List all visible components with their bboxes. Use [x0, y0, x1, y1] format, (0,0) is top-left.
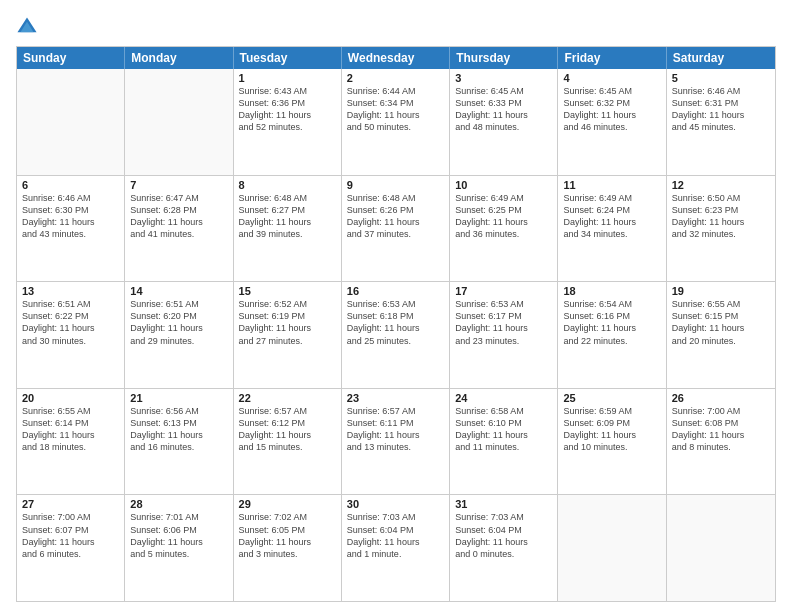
calendar-day-26: 26Sunrise: 7:00 AM Sunset: 6:08 PM Dayli… — [667, 389, 775, 495]
calendar-day-22: 22Sunrise: 6:57 AM Sunset: 6:12 PM Dayli… — [234, 389, 342, 495]
day-info: Sunrise: 6:54 AM Sunset: 6:16 PM Dayligh… — [563, 298, 660, 347]
calendar-day-11: 11Sunrise: 6:49 AM Sunset: 6:24 PM Dayli… — [558, 176, 666, 282]
day-number: 8 — [239, 179, 336, 191]
calendar-day-18: 18Sunrise: 6:54 AM Sunset: 6:16 PM Dayli… — [558, 282, 666, 388]
calendar-day-16: 16Sunrise: 6:53 AM Sunset: 6:18 PM Dayli… — [342, 282, 450, 388]
day-info: Sunrise: 6:45 AM Sunset: 6:32 PM Dayligh… — [563, 85, 660, 134]
calendar-day-4: 4Sunrise: 6:45 AM Sunset: 6:32 PM Daylig… — [558, 69, 666, 175]
weekday-header-wednesday: Wednesday — [342, 47, 450, 69]
calendar-day-17: 17Sunrise: 6:53 AM Sunset: 6:17 PM Dayli… — [450, 282, 558, 388]
calendar-day-15: 15Sunrise: 6:52 AM Sunset: 6:19 PM Dayli… — [234, 282, 342, 388]
day-number: 10 — [455, 179, 552, 191]
day-number: 25 — [563, 392, 660, 404]
day-info: Sunrise: 6:48 AM Sunset: 6:27 PM Dayligh… — [239, 192, 336, 241]
weekday-header-thursday: Thursday — [450, 47, 558, 69]
day-info: Sunrise: 7:03 AM Sunset: 6:04 PM Dayligh… — [347, 511, 444, 560]
weekday-header-sunday: Sunday — [17, 47, 125, 69]
day-info: Sunrise: 6:59 AM Sunset: 6:09 PM Dayligh… — [563, 405, 660, 454]
day-info: Sunrise: 7:03 AM Sunset: 6:04 PM Dayligh… — [455, 511, 552, 560]
calendar-empty-cell — [125, 69, 233, 175]
day-info: Sunrise: 7:00 AM Sunset: 6:08 PM Dayligh… — [672, 405, 770, 454]
calendar-day-25: 25Sunrise: 6:59 AM Sunset: 6:09 PM Dayli… — [558, 389, 666, 495]
calendar-day-6: 6Sunrise: 6:46 AM Sunset: 6:30 PM Daylig… — [17, 176, 125, 282]
day-info: Sunrise: 6:46 AM Sunset: 6:30 PM Dayligh… — [22, 192, 119, 241]
calendar-day-29: 29Sunrise: 7:02 AM Sunset: 6:05 PM Dayli… — [234, 495, 342, 601]
calendar-header: SundayMondayTuesdayWednesdayThursdayFrid… — [17, 47, 775, 69]
calendar-day-1: 1Sunrise: 6:43 AM Sunset: 6:36 PM Daylig… — [234, 69, 342, 175]
day-number: 2 — [347, 72, 444, 84]
day-number: 30 — [347, 498, 444, 510]
day-number: 23 — [347, 392, 444, 404]
day-info: Sunrise: 6:47 AM Sunset: 6:28 PM Dayligh… — [130, 192, 227, 241]
day-number: 31 — [455, 498, 552, 510]
calendar-day-28: 28Sunrise: 7:01 AM Sunset: 6:06 PM Dayli… — [125, 495, 233, 601]
calendar-day-7: 7Sunrise: 6:47 AM Sunset: 6:28 PM Daylig… — [125, 176, 233, 282]
day-number: 4 — [563, 72, 660, 84]
calendar-day-21: 21Sunrise: 6:56 AM Sunset: 6:13 PM Dayli… — [125, 389, 233, 495]
calendar-day-14: 14Sunrise: 6:51 AM Sunset: 6:20 PM Dayli… — [125, 282, 233, 388]
calendar-day-10: 10Sunrise: 6:49 AM Sunset: 6:25 PM Dayli… — [450, 176, 558, 282]
calendar-empty-cell — [558, 495, 666, 601]
calendar-day-9: 9Sunrise: 6:48 AM Sunset: 6:26 PM Daylig… — [342, 176, 450, 282]
calendar-body: 1Sunrise: 6:43 AM Sunset: 6:36 PM Daylig… — [17, 69, 775, 601]
day-number: 22 — [239, 392, 336, 404]
calendar-row-2: 13Sunrise: 6:51 AM Sunset: 6:22 PM Dayli… — [17, 281, 775, 388]
day-info: Sunrise: 7:00 AM Sunset: 6:07 PM Dayligh… — [22, 511, 119, 560]
calendar-day-20: 20Sunrise: 6:55 AM Sunset: 6:14 PM Dayli… — [17, 389, 125, 495]
day-number: 1 — [239, 72, 336, 84]
day-info: Sunrise: 6:45 AM Sunset: 6:33 PM Dayligh… — [455, 85, 552, 134]
calendar-day-31: 31Sunrise: 7:03 AM Sunset: 6:04 PM Dayli… — [450, 495, 558, 601]
calendar-empty-cell — [17, 69, 125, 175]
day-number: 28 — [130, 498, 227, 510]
weekday-header-saturday: Saturday — [667, 47, 775, 69]
day-info: Sunrise: 6:52 AM Sunset: 6:19 PM Dayligh… — [239, 298, 336, 347]
calendar-day-8: 8Sunrise: 6:48 AM Sunset: 6:27 PM Daylig… — [234, 176, 342, 282]
day-info: Sunrise: 7:02 AM Sunset: 6:05 PM Dayligh… — [239, 511, 336, 560]
day-number: 16 — [347, 285, 444, 297]
logo — [16, 16, 42, 38]
calendar-day-30: 30Sunrise: 7:03 AM Sunset: 6:04 PM Dayli… — [342, 495, 450, 601]
day-info: Sunrise: 6:44 AM Sunset: 6:34 PM Dayligh… — [347, 85, 444, 134]
day-number: 11 — [563, 179, 660, 191]
day-info: Sunrise: 6:58 AM Sunset: 6:10 PM Dayligh… — [455, 405, 552, 454]
header — [16, 16, 776, 38]
page: SundayMondayTuesdayWednesdayThursdayFrid… — [0, 0, 792, 612]
day-info: Sunrise: 6:57 AM Sunset: 6:11 PM Dayligh… — [347, 405, 444, 454]
weekday-header-monday: Monday — [125, 47, 233, 69]
calendar-day-2: 2Sunrise: 6:44 AM Sunset: 6:34 PM Daylig… — [342, 69, 450, 175]
day-number: 24 — [455, 392, 552, 404]
day-info: Sunrise: 6:55 AM Sunset: 6:15 PM Dayligh… — [672, 298, 770, 347]
day-info: Sunrise: 6:46 AM Sunset: 6:31 PM Dayligh… — [672, 85, 770, 134]
calendar-day-3: 3Sunrise: 6:45 AM Sunset: 6:33 PM Daylig… — [450, 69, 558, 175]
calendar-day-23: 23Sunrise: 6:57 AM Sunset: 6:11 PM Dayli… — [342, 389, 450, 495]
day-info: Sunrise: 6:56 AM Sunset: 6:13 PM Dayligh… — [130, 405, 227, 454]
day-number: 21 — [130, 392, 227, 404]
day-number: 3 — [455, 72, 552, 84]
day-info: Sunrise: 6:53 AM Sunset: 6:18 PM Dayligh… — [347, 298, 444, 347]
day-number: 13 — [22, 285, 119, 297]
weekday-header-tuesday: Tuesday — [234, 47, 342, 69]
calendar-day-24: 24Sunrise: 6:58 AM Sunset: 6:10 PM Dayli… — [450, 389, 558, 495]
logo-icon — [16, 16, 38, 38]
day-info: Sunrise: 6:55 AM Sunset: 6:14 PM Dayligh… — [22, 405, 119, 454]
calendar-day-27: 27Sunrise: 7:00 AM Sunset: 6:07 PM Dayli… — [17, 495, 125, 601]
calendar-row-1: 6Sunrise: 6:46 AM Sunset: 6:30 PM Daylig… — [17, 175, 775, 282]
day-number: 18 — [563, 285, 660, 297]
day-info: Sunrise: 6:51 AM Sunset: 6:20 PM Dayligh… — [130, 298, 227, 347]
day-number: 12 — [672, 179, 770, 191]
day-number: 6 — [22, 179, 119, 191]
calendar: SundayMondayTuesdayWednesdayThursdayFrid… — [16, 46, 776, 602]
day-number: 14 — [130, 285, 227, 297]
day-number: 9 — [347, 179, 444, 191]
day-number: 26 — [672, 392, 770, 404]
day-info: Sunrise: 6:48 AM Sunset: 6:26 PM Dayligh… — [347, 192, 444, 241]
day-info: Sunrise: 6:51 AM Sunset: 6:22 PM Dayligh… — [22, 298, 119, 347]
weekday-header-friday: Friday — [558, 47, 666, 69]
calendar-day-12: 12Sunrise: 6:50 AM Sunset: 6:23 PM Dayli… — [667, 176, 775, 282]
calendar-row-4: 27Sunrise: 7:00 AM Sunset: 6:07 PM Dayli… — [17, 494, 775, 601]
day-number: 17 — [455, 285, 552, 297]
day-number: 27 — [22, 498, 119, 510]
day-number: 15 — [239, 285, 336, 297]
day-info: Sunrise: 6:49 AM Sunset: 6:25 PM Dayligh… — [455, 192, 552, 241]
day-number: 7 — [130, 179, 227, 191]
